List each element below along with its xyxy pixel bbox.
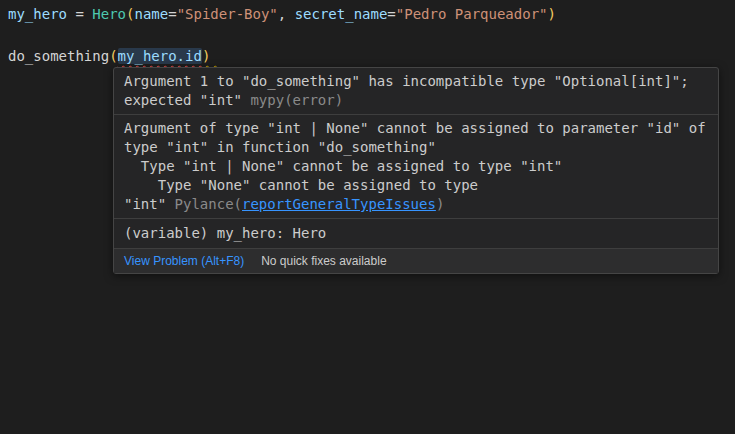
parameter-token[interactable]: name — [134, 6, 168, 22]
variable-info: (variable) my_hero: Hero — [114, 219, 718, 249]
no-quick-fixes-label: No quick fixes available — [261, 249, 386, 273]
function-call-token[interactable]: do_something — [8, 48, 109, 64]
comma-token[interactable]: , — [278, 6, 295, 22]
pylance-source-suffix: ) — [436, 196, 444, 212]
parameter-token[interactable]: secret_name — [295, 6, 388, 22]
variable-token[interactable]: my_hero — [8, 6, 67, 22]
code-line-2[interactable]: do_something(my_hero.id) — [8, 46, 219, 66]
hover-tooltip: Argument 1 to "do_something" has incompa… — [113, 67, 719, 274]
close-paren-token[interactable]: ) — [548, 6, 556, 22]
warning-squiggle-tail — [210, 48, 218, 64]
hover-status-bar: View Problem (Alt+F8)No quick fixes avai… — [114, 249, 718, 273]
view-problem-link[interactable]: View Problem (Alt+F8) — [124, 249, 244, 273]
hovered-symbol-my-hero-id[interactable]: my_hero.id — [118, 48, 202, 64]
equals-token[interactable]: = — [168, 6, 176, 22]
operator-token[interactable]: = — [67, 6, 92, 22]
mypy-diagnostic: Argument 1 to "do_something" has incompa… — [114, 68, 718, 115]
mypy-diagnostic-message: Argument 1 to "do_something" has incompa… — [124, 73, 689, 108]
report-general-type-issues-link[interactable]: reportGeneralTypeIssues — [242, 196, 436, 212]
equals-token[interactable]: = — [387, 6, 395, 22]
code-line-1[interactable]: my_hero = Hero(name="Spider-Boy", secret… — [8, 4, 556, 24]
pylance-diagnostic: Argument of type "int | None" cannot be … — [114, 115, 718, 219]
pylance-source-prefix: Pylance( — [175, 196, 242, 212]
string-token[interactable]: "Pedro Parqueador" — [396, 6, 548, 22]
class-token[interactable]: Hero — [92, 6, 126, 22]
variable-info-text: (variable) my_hero: Hero — [124, 225, 326, 241]
string-token[interactable]: "Spider-Boy" — [177, 6, 278, 22]
mypy-diagnostic-source: mypy(error) — [250, 92, 343, 108]
open-paren-token[interactable]: ( — [109, 48, 117, 64]
